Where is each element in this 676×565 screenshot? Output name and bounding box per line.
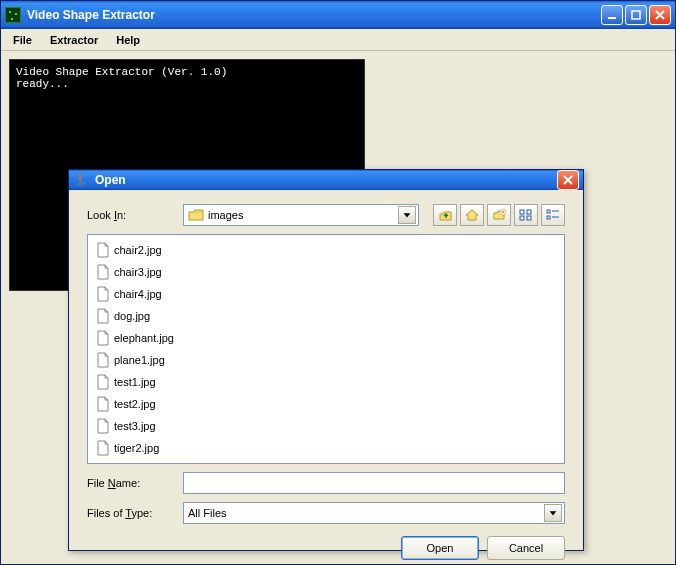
home-button[interactable] bbox=[460, 204, 484, 226]
filename-input[interactable] bbox=[183, 472, 565, 494]
file-name: chair2.jpg bbox=[114, 244, 162, 256]
menu-help[interactable]: Help bbox=[108, 32, 148, 48]
lookin-dropdown-arrow[interactable] bbox=[398, 206, 416, 224]
lookin-combo[interactable]: images bbox=[183, 204, 419, 226]
list-item[interactable]: test2.jpg bbox=[96, 395, 186, 413]
maximize-button[interactable] bbox=[625, 5, 647, 25]
filetype-value: All Files bbox=[188, 507, 227, 519]
console-line: ready... bbox=[16, 78, 69, 90]
lookin-value: images bbox=[208, 209, 243, 221]
file-icon bbox=[96, 396, 110, 412]
file-icon bbox=[96, 440, 110, 456]
menu-file[interactable]: File bbox=[5, 32, 40, 48]
list-view-button[interactable] bbox=[514, 204, 538, 226]
client-area: Video Shape Extractor (Ver. 1.0) ready..… bbox=[1, 51, 675, 564]
dialog-body: Look In: images chair2.j bbox=[69, 190, 583, 565]
file-icon bbox=[96, 286, 110, 302]
lookin-label: Look In: bbox=[87, 209, 177, 221]
close-button[interactable] bbox=[649, 5, 671, 25]
menubar: File Extractor Help bbox=[1, 29, 675, 51]
filetype-dropdown-arrow[interactable] bbox=[544, 504, 562, 522]
file-icon bbox=[96, 418, 110, 434]
file-icon bbox=[96, 374, 110, 390]
open-dialog: Open Look In: images bbox=[68, 169, 584, 551]
list-item[interactable]: plane1.jpg bbox=[96, 351, 186, 369]
main-titlebar[interactable]: Video Shape Extractor bbox=[1, 1, 675, 29]
file-list-pane[interactable]: chair2.jpg chair3.jpg chair4.jpg dog.jpg… bbox=[87, 234, 565, 464]
file-name: plane1.jpg bbox=[114, 354, 165, 366]
window-title: Video Shape Extractor bbox=[27, 8, 601, 22]
dialog-close-button[interactable] bbox=[557, 170, 579, 190]
app-icon bbox=[5, 7, 21, 23]
file-icon bbox=[96, 308, 110, 324]
file-name: chair4.jpg bbox=[114, 288, 162, 300]
file-icon bbox=[96, 330, 110, 346]
main-window: Video Shape Extractor File Extractor Hel… bbox=[0, 0, 676, 565]
java-icon bbox=[73, 172, 89, 188]
list-item[interactable]: tiger2.jpg bbox=[96, 439, 186, 457]
cancel-button[interactable]: Cancel bbox=[487, 536, 565, 560]
list-item[interactable]: test1.jpg bbox=[96, 373, 186, 391]
file-name: test3.jpg bbox=[114, 420, 156, 432]
file-icon bbox=[96, 264, 110, 280]
up-one-level-button[interactable] bbox=[433, 204, 457, 226]
filetype-combo[interactable]: All Files bbox=[183, 502, 565, 524]
minimize-button[interactable] bbox=[601, 5, 623, 25]
new-folder-button[interactable] bbox=[487, 204, 511, 226]
file-name: test1.jpg bbox=[114, 376, 156, 388]
filename-label: File Name: bbox=[87, 477, 177, 489]
details-view-button[interactable] bbox=[541, 204, 565, 226]
list-item[interactable]: chair2.jpg bbox=[96, 241, 186, 259]
list-item[interactable]: chair4.jpg bbox=[96, 285, 186, 303]
menu-extractor[interactable]: Extractor bbox=[42, 32, 106, 48]
file-icon bbox=[96, 352, 110, 368]
file-name: tiger2.jpg bbox=[114, 442, 159, 454]
folder-icon bbox=[188, 208, 204, 222]
file-name: test2.jpg bbox=[114, 398, 156, 410]
list-item[interactable]: chair3.jpg bbox=[96, 263, 186, 281]
filetype-label: Files of Type: bbox=[87, 507, 177, 519]
list-item[interactable]: elephant.jpg bbox=[96, 329, 186, 347]
file-name: elephant.jpg bbox=[114, 332, 174, 344]
list-item[interactable]: test3.jpg bbox=[96, 417, 186, 435]
list-item[interactable]: dog.jpg bbox=[96, 307, 186, 325]
dialog-title: Open bbox=[95, 173, 557, 187]
console-line: Video Shape Extractor (Ver. 1.0) bbox=[16, 66, 227, 78]
file-name: chair3.jpg bbox=[114, 266, 162, 278]
file-icon bbox=[96, 242, 110, 258]
dialog-titlebar[interactable]: Open bbox=[69, 170, 583, 190]
open-button[interactable]: Open bbox=[401, 536, 479, 560]
file-name: dog.jpg bbox=[114, 310, 150, 322]
